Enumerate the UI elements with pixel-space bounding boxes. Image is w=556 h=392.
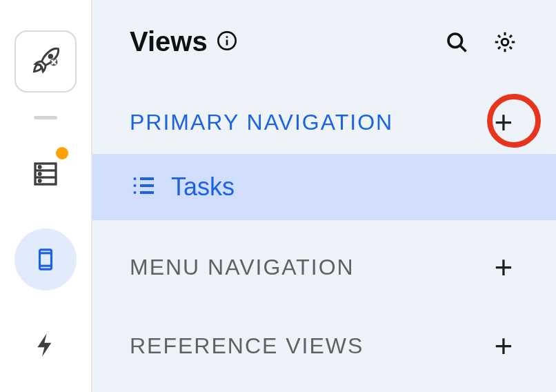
svg-point-9	[39, 180, 41, 182]
svg-point-18	[502, 39, 508, 46]
rail-item-views[interactable]	[14, 228, 77, 291]
view-item-label: Tasks	[171, 173, 235, 202]
info-icon[interactable]	[216, 30, 238, 55]
add-reference-view-button[interactable]: +	[488, 331, 519, 361]
svg-line-17	[460, 46, 466, 51]
svg-point-21	[134, 191, 137, 194]
section-label: REFERENCE VIEWS	[130, 333, 364, 359]
gear-icon	[493, 30, 517, 55]
section-label: PRIMARY NAVIGATION	[130, 110, 393, 135]
add-menu-view-button[interactable]: +	[488, 252, 519, 282]
svg-point-19	[134, 177, 137, 180]
section-primary-navigation: PRIMARY NAVIGATION +	[92, 90, 556, 154]
left-rail	[0, 0, 92, 392]
svg-point-16	[448, 34, 462, 48]
data-icon	[32, 160, 59, 188]
views-panel: Views PRIMARY NAVIGATION +	[92, 0, 556, 392]
list-icon	[130, 172, 171, 202]
notification-dot	[56, 147, 68, 159]
svg-point-0	[49, 55, 52, 57]
view-item-tasks[interactable]: Tasks	[92, 154, 556, 220]
settings-button[interactable]	[491, 28, 519, 56]
rail-item-automation[interactable]	[14, 314, 77, 376]
lightning-icon	[32, 331, 59, 359]
search-icon	[444, 30, 469, 55]
svg-point-8	[39, 173, 41, 175]
svg-point-14	[226, 36, 228, 38]
section-menu-navigation: MENU NAVIGATION +	[92, 235, 556, 299]
search-button[interactable]	[443, 28, 470, 56]
add-primary-view-button[interactable]: +	[488, 107, 519, 137]
section-reference-views: REFERENCE VIEWS +	[92, 314, 556, 378]
app-launch-button[interactable]	[14, 30, 77, 92]
section-label: MENU NAVIGATION	[130, 255, 355, 280]
panel-title: Views	[130, 26, 208, 57]
panel-header: Views	[92, 0, 556, 90]
svg-point-20	[134, 184, 137, 187]
rail-divider	[34, 116, 57, 119]
rocket-icon	[30, 46, 61, 77]
rail-item-data[interactable]	[14, 143, 77, 205]
svg-point-7	[39, 166, 41, 168]
device-icon	[34, 248, 57, 271]
